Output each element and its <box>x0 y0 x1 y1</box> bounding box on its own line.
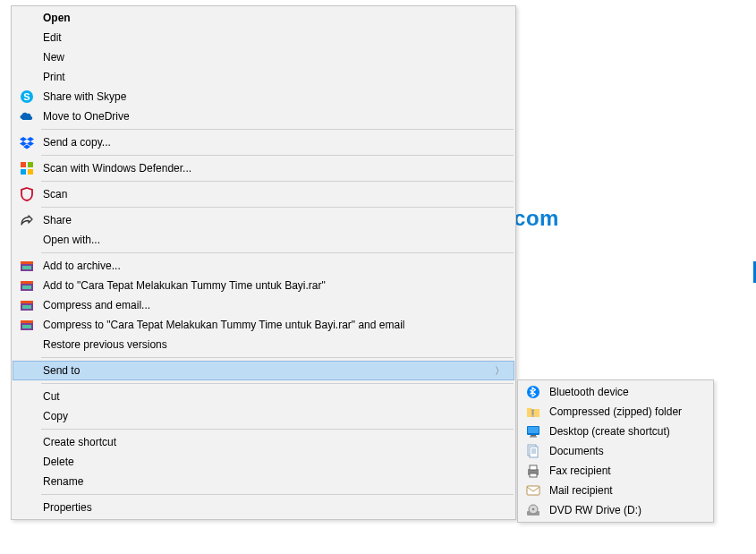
skype-icon: S <box>16 89 38 105</box>
menu-label: Cut <box>38 390 60 403</box>
menu-label: Edit <box>38 31 62 44</box>
blank-icon <box>16 10 38 26</box>
menu-new[interactable]: New <box>13 47 514 67</box>
dvd-drive-icon <box>522 502 544 518</box>
menu-share[interactable]: Share <box>13 210 514 230</box>
submenu-label: Bluetooth device <box>544 386 629 398</box>
menu-move-onedrive[interactable]: Move to OneDrive <box>13 107 514 126</box>
menu-open[interactable]: Open <box>13 8 514 28</box>
menu-label: Open <box>38 12 71 24</box>
svg-text:S: S <box>23 91 30 102</box>
menu-delete[interactable]: Delete <box>13 452 514 472</box>
menu-label: Delete <box>38 456 74 468</box>
svg-rect-13 <box>21 301 33 303</box>
submenu-label: DVD RW Drive (D:) <box>544 504 641 516</box>
menu-separator <box>41 252 514 253</box>
submenu-label: Mail recipient <box>544 484 613 497</box>
mail-icon <box>522 482 544 499</box>
menu-copy[interactable]: Copy <box>13 406 514 426</box>
submenu-label: Compressed (zipped) folder <box>544 405 682 418</box>
winrar-icon <box>16 297 38 313</box>
menu-label: Scan <box>38 188 67 200</box>
submenu-label: Fax recipient <box>544 465 611 477</box>
submenu-documents[interactable]: Documents <box>519 441 712 461</box>
menu-label: New <box>38 51 64 64</box>
menu-label: Scan with Windows Defender... <box>38 162 191 175</box>
menu-create-shortcut[interactable]: Create shortcut <box>13 432 514 452</box>
submenu-bluetooth[interactable]: Bluetooth device <box>519 382 712 402</box>
svg-rect-20 <box>532 410 534 411</box>
menu-scan[interactable]: Scan <box>13 184 514 204</box>
svg-rect-10 <box>21 281 33 284</box>
svg-rect-22 <box>532 413 534 414</box>
send-to-submenu: Bluetooth device Compressed (zipped) fol… <box>517 379 714 523</box>
menu-cut[interactable]: Cut <box>13 387 514 406</box>
context-menu: Open Edit New Print S Share with Skype M… <box>11 5 516 520</box>
menu-label: Create shortcut <box>38 436 116 448</box>
menu-compress-email[interactable]: Compress and email... <box>13 295 514 315</box>
menu-separator <box>41 494 514 495</box>
svg-rect-24 <box>528 427 539 433</box>
bluetooth-icon <box>522 384 544 400</box>
menu-label: Share <box>38 214 72 226</box>
menu-separator <box>41 181 514 182</box>
menu-open-with[interactable]: Open with... <box>13 230 514 250</box>
menu-separator <box>41 207 514 208</box>
blank-icon <box>16 69 38 85</box>
menu-compress-to-email[interactable]: Compress to "Cara Tepat Melakukan Tummy … <box>13 315 514 335</box>
share-icon <box>16 212 38 228</box>
menu-send-to[interactable]: Send to 〉 <box>13 361 514 380</box>
blank-icon <box>16 499 38 516</box>
menu-label: Compress to "Cara Tepat Melakukan Tummy … <box>38 319 404 331</box>
menu-rename[interactable]: Rename <box>13 472 514 491</box>
blank-icon <box>16 473 38 490</box>
svg-rect-26 <box>530 437 537 438</box>
submenu-fax[interactable]: Fax recipient <box>519 461 712 481</box>
svg-rect-33 <box>530 465 537 470</box>
svg-rect-5 <box>28 169 33 175</box>
dropbox-icon <box>16 134 38 150</box>
menu-separator <box>41 129 514 130</box>
svg-rect-4 <box>21 169 26 175</box>
blank-icon <box>16 30 38 46</box>
menu-label: Send to <box>38 364 80 377</box>
svg-rect-25 <box>531 435 536 437</box>
svg-rect-35 <box>527 486 539 495</box>
svg-rect-3 <box>28 162 33 167</box>
svg-rect-16 <box>21 320 33 323</box>
menu-add-to-rar[interactable]: Add to "Cara Tepat Melakukan Tummy Time … <box>13 276 514 295</box>
menu-separator <box>41 383 514 384</box>
menu-separator <box>41 357 514 358</box>
submenu-compressed[interactable]: Compressed (zipped) folder <box>519 402 712 422</box>
submenu-mail[interactable]: Mail recipient <box>519 481 712 500</box>
blank-icon <box>16 49 38 65</box>
menu-restore-previous[interactable]: Restore previous versions <box>13 335 514 354</box>
blank-icon <box>16 388 38 405</box>
blank-icon <box>16 408 38 424</box>
desktop-icon <box>522 423 544 439</box>
menu-print[interactable]: Print <box>13 67 514 87</box>
menu-edit[interactable]: Edit <box>13 28 514 47</box>
menu-share-skype[interactable]: S Share with Skype <box>13 87 514 107</box>
menu-label: Rename <box>38 475 83 488</box>
svg-rect-34 <box>530 473 537 477</box>
submenu-dvd-drive[interactable]: DVD RW Drive (D:) <box>519 500 712 520</box>
menu-send-copy[interactable]: Send a copy... <box>13 132 514 152</box>
svg-rect-8 <box>22 266 31 269</box>
winrar-icon <box>16 317 38 333</box>
svg-rect-21 <box>532 412 534 413</box>
window-left-edge <box>0 0 11 554</box>
svg-rect-14 <box>22 305 31 309</box>
submenu-desktop[interactable]: Desktop (create shortcut) <box>519 422 712 441</box>
menu-label: Send a copy... <box>38 136 111 149</box>
svg-rect-7 <box>21 261 33 264</box>
svg-rect-17 <box>22 325 31 328</box>
menu-scan-defender[interactable]: Scan with Windows Defender... <box>13 158 514 178</box>
svg-rect-2 <box>21 162 26 167</box>
menu-label: Properties <box>38 501 92 514</box>
menu-properties[interactable]: Properties <box>13 498 514 517</box>
menu-label: Compress and email... <box>38 299 150 311</box>
menu-label: Add to archive... <box>38 260 121 272</box>
menu-separator <box>41 155 514 156</box>
menu-add-archive[interactable]: Add to archive... <box>13 256 514 276</box>
